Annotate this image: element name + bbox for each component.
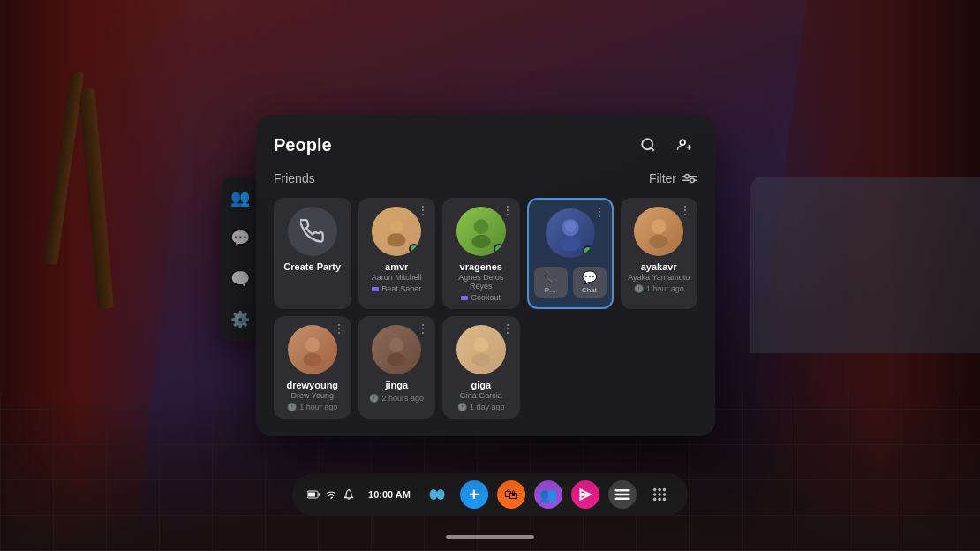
more-btn-ayakavr[interactable]: ⋮ bbox=[678, 203, 692, 217]
svg-point-23 bbox=[303, 353, 321, 366]
svg-point-25 bbox=[388, 353, 406, 366]
username-amvr: amvr bbox=[385, 261, 408, 272]
svg-point-24 bbox=[389, 337, 404, 352]
svg-point-26 bbox=[473, 337, 488, 352]
status-amvr: Beat Saber bbox=[372, 284, 421, 293]
svg-point-42 bbox=[653, 498, 657, 502]
svg-line-1 bbox=[651, 147, 653, 150]
avatar-jinga bbox=[372, 325, 421, 374]
status-vragenes: Cookout bbox=[461, 293, 501, 302]
taskbar-app-icon[interactable] bbox=[608, 480, 637, 509]
sidebar-people-icon[interactable]: 👥 bbox=[228, 185, 253, 210]
username-ayakavr: ayakavr bbox=[641, 261, 677, 272]
friend-card-drewyoung[interactable]: ⋮ drewyoung Drew Young 🕐 1 hour ago bbox=[274, 316, 351, 419]
realname-ayakavr: Ayaka Yamamoto bbox=[628, 273, 690, 282]
svg-point-14 bbox=[390, 220, 403, 233]
svg-point-20 bbox=[652, 219, 667, 234]
taskbar-time: 10:00 AM bbox=[368, 489, 411, 500]
taskbar-add-icon[interactable]: + bbox=[460, 480, 488, 509]
couch-area bbox=[750, 177, 980, 353]
svg-rect-33 bbox=[614, 489, 629, 492]
friend-card-selected[interactable]: ⋮ 📞 P… 💬 Chat bbox=[527, 198, 614, 309]
svg-point-38 bbox=[663, 488, 667, 492]
username-giga: giga bbox=[471, 380, 491, 390]
add-friend-icon[interactable] bbox=[673, 132, 697, 157]
taskbar-home-bar bbox=[446, 535, 534, 539]
avatar-vragenes bbox=[456, 207, 506, 256]
friend-card-vragenes[interactable]: ⋮ vragenes Agnes Delos Reyes Cookout bbox=[442, 198, 520, 309]
sidebar-chat-icon[interactable]: 🗨️ bbox=[228, 267, 253, 291]
taskbar-meta-icon[interactable] bbox=[423, 480, 451, 509]
create-party-avatar bbox=[288, 207, 337, 256]
more-btn-selected[interactable]: ⋮ bbox=[592, 205, 607, 219]
filter-label: Filter bbox=[649, 171, 676, 185]
taskbar: 10:00 AM + 🛍 👥 bbox=[292, 473, 688, 516]
online-dot-vragenes bbox=[494, 244, 504, 254]
svg-point-3 bbox=[680, 140, 685, 145]
chat-btn-label: Chat bbox=[582, 286, 597, 294]
chat-action-btn[interactable]: 💬 Chat bbox=[573, 267, 607, 298]
svg-point-7 bbox=[690, 178, 695, 183]
online-dot-amvr bbox=[409, 244, 419, 254]
username-drewyoung: drewyoung bbox=[286, 380, 338, 390]
battery-icon bbox=[306, 487, 320, 502]
panel-title: People bbox=[274, 135, 332, 155]
more-btn-jinga[interactable]: ⋮ bbox=[416, 321, 430, 336]
status-giga: 🕐 1 day ago bbox=[457, 403, 505, 411]
taskbar-share-icon[interactable] bbox=[571, 480, 599, 509]
call-action-btn[interactable]: 📞 P… bbox=[534, 267, 568, 298]
create-party-card[interactable]: Create Party bbox=[274, 198, 351, 309]
svg-point-0 bbox=[642, 139, 652, 149]
status-ayakavr: 🕐 1 hour ago bbox=[634, 284, 684, 293]
taskbar-status-icons bbox=[306, 487, 356, 502]
svg-point-37 bbox=[658, 488, 661, 492]
panel-header: People bbox=[274, 132, 697, 157]
svg-rect-34 bbox=[614, 494, 629, 496]
status-jinga: 🕐 2 hours ago bbox=[369, 394, 424, 403]
card-actions: 📞 P… 💬 Chat bbox=[534, 267, 607, 298]
avatar-amvr bbox=[372, 207, 421, 256]
svg-point-27 bbox=[471, 353, 490, 366]
svg-point-36 bbox=[653, 488, 657, 492]
sidebar-settings-icon[interactable]: ⚙️ bbox=[228, 307, 253, 332]
friend-card-giga[interactable]: ⋮ giga Gina Garcia 🕐 1 day ago bbox=[442, 316, 520, 419]
svg-point-13 bbox=[388, 233, 406, 246]
taskbar-grid-icon[interactable] bbox=[645, 480, 674, 509]
avatar-selected bbox=[546, 208, 595, 258]
username-jinga: jinga bbox=[385, 380, 408, 390]
svg-point-43 bbox=[658, 498, 661, 502]
time-dot-ayakavr: 🕐 bbox=[634, 284, 644, 293]
svg-rect-30 bbox=[319, 494, 320, 496]
more-btn-amvr[interactable]: ⋮ bbox=[416, 203, 430, 217]
username-vragenes: vragenes bbox=[460, 261, 502, 272]
bell-icon bbox=[342, 487, 356, 502]
more-btn-vragenes[interactable]: ⋮ bbox=[501, 203, 515, 217]
game-dot-amvr bbox=[372, 287, 379, 291]
more-btn-giga[interactable]: ⋮ bbox=[501, 321, 515, 336]
call-btn-icon: 📞 bbox=[543, 270, 558, 284]
friend-card-amvr[interactable]: ⋮ amvr Aaron Mitchell Beat Saber bbox=[358, 198, 436, 309]
friends-label: Friends bbox=[274, 171, 315, 185]
wifi-icon bbox=[324, 487, 338, 502]
taskbar-store-icon[interactable]: 🛍 bbox=[497, 480, 525, 509]
search-icon[interactable] bbox=[636, 132, 660, 157]
chat-btn-icon: 💬 bbox=[582, 270, 597, 284]
panel-subheader: Friends Filter bbox=[274, 171, 697, 185]
status-drewyoung: 🕐 1 hour ago bbox=[287, 403, 337, 411]
svg-point-16 bbox=[471, 235, 490, 248]
realname-giga: Gina Garcia bbox=[460, 391, 502, 400]
realname-vragenes: Agnes Delos Reyes bbox=[448, 273, 515, 291]
filter-button[interactable]: Filter bbox=[649, 171, 697, 185]
friend-card-ayakavr[interactable]: ⋮ ayakavr Ayaka Yamamoto 🕐 1 hour ago bbox=[621, 198, 698, 309]
avatar-drewyoung bbox=[288, 325, 337, 374]
call-btn-label: P… bbox=[545, 286, 556, 294]
sidebar-messenger-icon[interactable]: 💬 bbox=[228, 226, 253, 251]
taskbar-people-icon[interactable]: 👥 bbox=[534, 480, 562, 509]
friend-card-jinga[interactable]: ⋮ jinga 🕐 2 hours ago bbox=[358, 316, 436, 419]
more-btn-drewyoung[interactable]: ⋮ bbox=[332, 321, 346, 336]
svg-point-41 bbox=[663, 493, 667, 496]
realname-amvr: Aaron Mitchell bbox=[372, 273, 422, 282]
svg-point-19 bbox=[564, 221, 576, 232]
svg-rect-35 bbox=[614, 497, 629, 500]
create-party-label: Create Party bbox=[283, 261, 341, 272]
